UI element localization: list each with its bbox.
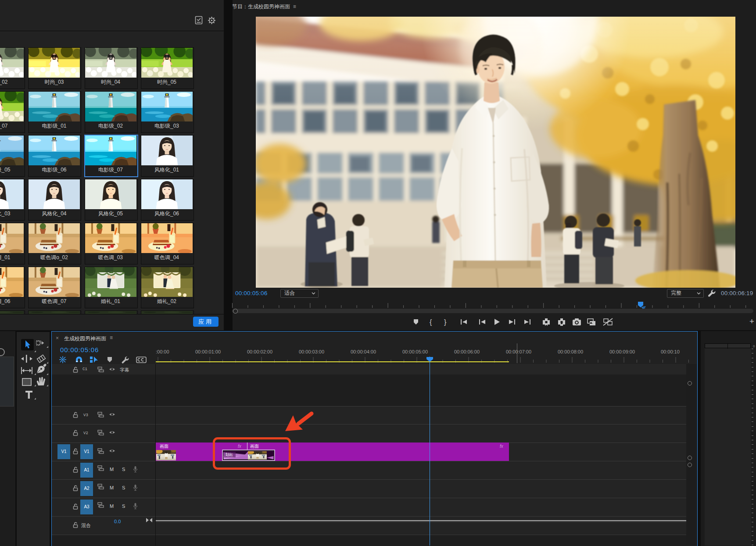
svg-text:{: { <box>430 318 432 326</box>
svg-text:}: } <box>444 318 447 326</box>
